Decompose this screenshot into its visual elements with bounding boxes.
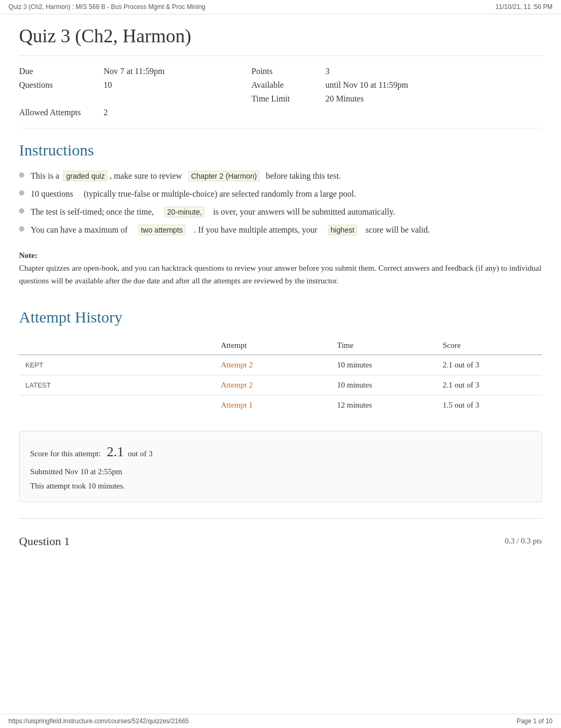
latest-label: LATEST (25, 381, 51, 389)
attempt2-link-latest[interactable]: Attempt 2 (221, 381, 253, 389)
attempt-history-title: Attempt History (19, 308, 542, 326)
col-header-label (19, 337, 214, 355)
note-text: Chapter quizzes are open-book, and you c… (19, 262, 542, 287)
quiz-title: Quiz 3 (Ch2, Harmon) (19, 25, 542, 56)
col-header-attempt: Attempt (214, 337, 331, 355)
footer-bar: https://uispringfield.instructure.com/co… (0, 714, 561, 728)
datetime: 11/10/21, 11 :56 PM (495, 3, 553, 11)
attempt2-score-kept: 2.1 out of 3 (436, 355, 542, 375)
attempt1-link[interactable]: Attempt 1 (221, 401, 253, 409)
attempt-history-table: Attempt Time Score KEPT Attempt 2 10 min… (19, 337, 542, 415)
kept-label: KEPT (25, 361, 43, 369)
instruction-item-3: The test is self-timed; once the time, 2… (19, 206, 542, 218)
col-header-time: Time (331, 337, 436, 355)
points-value: 3 (325, 67, 542, 76)
question-points: 0.3 / 0.3 pts (505, 537, 542, 546)
question-header: Question 1 0.3 / 0.3 pts (19, 529, 542, 554)
available-label: Available (251, 80, 325, 90)
bullet-icon (19, 172, 24, 178)
attempts-label: Allowed Attempts (19, 108, 104, 117)
table-row: KEPT Attempt 2 10 minutes 2.1 out of 3 (19, 355, 542, 375)
attempt2-link-kept[interactable]: Attempt 2 (221, 361, 253, 369)
highlight-chapter2: Chapter 2 (Harmon) (189, 171, 260, 181)
highlight-graded-quiz: graded quiz (63, 171, 107, 181)
submitted-date: Submitted Nov 10 at 2:55pm (30, 465, 531, 479)
question-section: Question 1 0.3 / 0.3 pts (19, 518, 542, 554)
breadcrumb: Quiz 3 (Ch2, Harmon) : MIS 568 B - Bus P… (8, 3, 205, 11)
attempt2-time-kept: 10 minutes (331, 355, 436, 375)
attempt2-time-latest: 10 minutes (331, 375, 436, 395)
quiz-meta: Due Nov 7 at 11:59pm Points 3 Questions … (19, 67, 542, 128)
highlight-20min: 20-minute, (164, 207, 204, 217)
due-value: Nov 7 at 11:59pm (104, 67, 251, 76)
instructions-title: Instructions (19, 141, 542, 159)
bullet-icon (19, 208, 24, 214)
attempts-value: 2 (104, 108, 251, 117)
table-row: Attempt 1 12 minutes 1.5 out of 3 (19, 395, 542, 416)
attempt2-score-latest: 2.1 out of 3 (436, 375, 542, 395)
instruction-item-4: You can have a maximum of two attempts .… (19, 224, 542, 236)
timelimit-label: Time Limit (251, 94, 325, 104)
timelimit-value: 20 Minutes (325, 94, 542, 104)
footer-page: Page 1 of 10 (517, 717, 553, 725)
available-value: until Nov 10 at 11:59pm (325, 80, 542, 90)
points-label: Points (251, 67, 325, 76)
highlight-highest: highest (328, 225, 357, 235)
bullet-icon (19, 190, 24, 196)
attempt-history-section: Attempt History Attempt Time Score KEPT … (19, 308, 542, 415)
note-section: Note: Chapter quizzes are open-book, and… (19, 249, 542, 287)
instruction-item-2: 10 questions (typically true-false or mu… (19, 188, 542, 200)
questions-label: Questions (19, 80, 104, 90)
highlight-two-attempts: two attempts (138, 225, 185, 235)
question-title: Question 1 (19, 535, 70, 548)
questions-value: 10 (104, 80, 251, 90)
due-label: Due (19, 67, 104, 76)
score-value: 2.1 (107, 444, 124, 459)
attempt1-time: 12 minutes (331, 395, 436, 416)
score-for-attempt: Score for this attempt: 2.1 out of 3 (30, 440, 531, 465)
table-row: LATEST Attempt 2 10 minutes 2.1 out of 3 (19, 375, 542, 395)
bullet-icon (19, 226, 24, 232)
col-header-score: Score (436, 337, 542, 355)
score-label: Score for this attempt: (30, 449, 101, 458)
score-out-of: out of 3 (128, 449, 153, 458)
score-summary: Score for this attempt: 2.1 out of 3 Sub… (19, 431, 542, 502)
attempt1-score: 1.5 out of 3 (436, 395, 542, 416)
instructions-list: This is a graded quiz , make sure to rev… (19, 170, 542, 236)
attempt-duration: This attempt took 10 minutes. (30, 479, 531, 493)
instruction-item-1: This is a graded quiz , make sure to rev… (19, 170, 542, 182)
note-label: Note: (19, 251, 38, 260)
footer-url: https://uispringfield.instructure.com/co… (8, 717, 189, 725)
